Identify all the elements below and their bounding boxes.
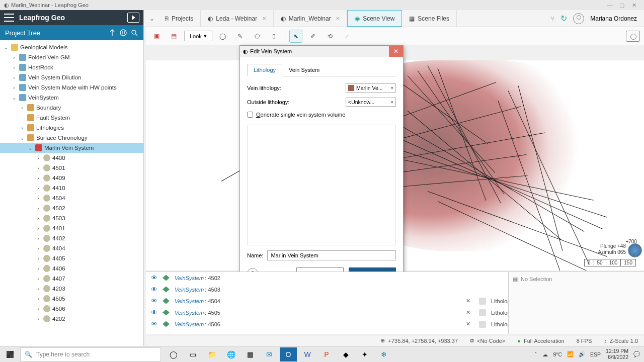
tree-item[interactable]: ⌄Surface Chronology xyxy=(0,133,143,143)
remove-icon[interactable]: ✕ xyxy=(466,321,474,327)
dialog-title: Edit Vein System xyxy=(250,48,292,54)
close-button[interactable]: ✕ xyxy=(628,2,640,9)
tree-item-number[interactable]: ›4203 xyxy=(0,284,143,294)
up-arrow-icon[interactable] xyxy=(108,29,116,37)
tree-item-number[interactable]: ›4407 xyxy=(0,274,143,284)
scene-view-tab[interactable]: ◉Scene View xyxy=(347,10,402,27)
tree-item-number[interactable]: ›4501 xyxy=(0,163,143,173)
vein-lithology-combo[interactable]: Marlin Ve...▾ xyxy=(346,83,396,93)
projects-tab[interactable]: ⎘Projects xyxy=(158,10,201,27)
search-icon[interactable] xyxy=(130,29,138,37)
tree-item-veinsystem[interactable]: ⌄VeinSystem xyxy=(0,93,143,103)
start-button[interactable] xyxy=(0,346,20,363)
volume-icon[interactable]: 🔊 xyxy=(579,351,585,357)
cursor-icon[interactable]: ⬉ xyxy=(289,30,302,43)
word-icon[interactable]: W xyxy=(299,347,316,361)
tree-item[interactable]: ›HostRock xyxy=(0,62,143,72)
visibility-icon[interactable]: 👁 xyxy=(151,320,157,328)
branch-icon[interactable]: ⑂ xyxy=(551,15,554,22)
tree-item-number[interactable]: ›4503 xyxy=(0,213,143,223)
windows-icon[interactable]: ▤ xyxy=(167,30,180,43)
cortana-icon[interactable]: ▭ xyxy=(184,347,201,361)
dialog-close-button[interactable]: ✕ xyxy=(389,46,403,57)
close-icon[interactable]: × xyxy=(336,15,340,22)
powerpoint-icon[interactable]: P xyxy=(318,347,335,361)
task-view-icon[interactable]: ◯ xyxy=(165,347,182,361)
tree-item[interactable]: ›Boundary xyxy=(0,103,143,113)
user-avatar-icon[interactable] xyxy=(573,13,584,24)
tray-chevron-icon[interactable]: ˄ xyxy=(534,351,537,357)
app-icon[interactable]: ❄ xyxy=(375,347,392,361)
outside-lithology-combo[interactable]: <Unknow...▾ xyxy=(346,98,396,107)
scene-files-tab[interactable]: ▦Scene Files xyxy=(402,10,457,27)
notifications-icon[interactable]: 💬 xyxy=(633,351,640,357)
visibility-icon[interactable]: 👁 xyxy=(151,309,157,316)
leda-tab[interactable]: ◐Leda - Webinar× xyxy=(201,10,273,27)
vein-system-tab[interactable]: Vein System xyxy=(282,64,326,76)
tree-root[interactable]: ⌄Geological Models xyxy=(0,42,143,52)
visibility-icon[interactable]: 👁 xyxy=(151,274,157,282)
generate-single-volume-checkbox[interactable] xyxy=(247,112,253,118)
visibility-icon[interactable]: 👁 xyxy=(151,297,157,305)
tree-item-number[interactable]: ›4505 xyxy=(0,294,143,304)
name-input[interactable] xyxy=(267,250,396,260)
tree-item[interactable]: ›Lithologies xyxy=(0,123,143,133)
lang-indicator[interactable]: ESP xyxy=(590,351,601,357)
polygon-icon[interactable]: ⬠ xyxy=(251,30,264,43)
ruler-icon[interactable]: ⟋ xyxy=(341,30,354,43)
app-icon[interactable]: ✦ xyxy=(356,347,373,361)
weather-temp[interactable]: 9°C xyxy=(553,351,562,357)
pause-icon[interactable] xyxy=(119,29,127,37)
tree-item[interactable]: ›Vein System Made with HW points xyxy=(0,82,143,93)
store-icon[interactable]: ▦ xyxy=(242,347,259,361)
tree-item-number[interactable]: ›4410 xyxy=(0,183,143,193)
app-icon[interactable]: ◆ xyxy=(337,347,354,361)
tree-item-number[interactable]: ›4401 xyxy=(0,223,143,233)
tabs-dropdown[interactable]: ⌄ xyxy=(146,10,158,27)
tree-item-number[interactable]: ›4409 xyxy=(0,173,143,183)
tree-item-number[interactable]: ›4402 xyxy=(0,233,143,243)
pen-icon[interactable]: ✎ xyxy=(233,30,247,43)
tree-item-number[interactable]: ›4405 xyxy=(0,253,143,263)
network-icon[interactable]: 📶 xyxy=(567,351,574,357)
tree-item[interactable]: Fault System xyxy=(0,113,143,123)
explorer-icon[interactable]: 📁 xyxy=(203,347,220,361)
plane-icon[interactable]: ▯ xyxy=(268,30,281,43)
hamburger-icon[interactable] xyxy=(4,14,14,22)
tree-item-marlin-selected[interactable]: ⌄Marlin Vein System xyxy=(0,143,143,153)
tree-item-number[interactable]: ›4404 xyxy=(0,243,143,253)
clock[interactable]: 12:19 PM 6/9/2022 xyxy=(606,348,628,360)
tree-item[interactable]: ›Vein System Dilution xyxy=(0,72,143,82)
edge-icon[interactable]: 🌐 xyxy=(222,347,239,361)
dialog-titlebar[interactable]: ◐ Edit Vein System ✕ xyxy=(240,46,403,57)
look-dropdown[interactable]: Look▾ xyxy=(184,31,212,41)
tree-item-number[interactable]: ›4504 xyxy=(0,193,143,203)
taskbar-search[interactable]: 🔍 Type here to search xyxy=(20,347,161,361)
outlook-icon[interactable]: O xyxy=(280,347,297,361)
edit-icon[interactable]: ✐ xyxy=(306,30,319,43)
maximize-button[interactable]: ▢ xyxy=(616,2,628,9)
tree-item-number[interactable]: ›4400 xyxy=(0,153,143,163)
outside-lithology-label: Outside lithology: xyxy=(247,99,346,105)
marlin-tab[interactable]: ◐Marlin_Webinar× xyxy=(274,10,347,27)
camera-icon[interactable] xyxy=(626,31,640,42)
tree-item-number[interactable]: ›4406 xyxy=(0,263,143,274)
mail-icon[interactable]: ✉ xyxy=(261,347,278,361)
lasso-icon[interactable]: ◯ xyxy=(216,30,229,43)
remove-icon[interactable]: ✕ xyxy=(466,309,474,316)
remove-icon[interactable]: ✕ xyxy=(466,298,474,304)
rotate-icon[interactable]: ⟲ xyxy=(324,30,337,43)
play-button[interactable] xyxy=(127,13,139,23)
refresh-icon[interactable]: ↻ xyxy=(560,14,567,23)
lithology-tab[interactable]: Lithology xyxy=(247,64,282,76)
close-icon[interactable]: × xyxy=(262,15,266,22)
window-icon[interactable]: ▣ xyxy=(150,30,163,43)
tree-item[interactable]: ›Folded Vein GM xyxy=(0,52,143,62)
compass-icon[interactable] xyxy=(628,243,642,257)
tree-item-number[interactable]: ›4202 xyxy=(0,314,143,324)
minimize-button[interactable]: — xyxy=(604,2,616,8)
tree-item-number[interactable]: ›4506 xyxy=(0,304,143,314)
tree-item-number[interactable]: ›4502 xyxy=(0,203,143,213)
visibility-icon[interactable]: 👁 xyxy=(151,286,157,293)
tree-view[interactable]: ⌄Geological Models ›Folded Vein GM ›Host… xyxy=(0,40,143,346)
